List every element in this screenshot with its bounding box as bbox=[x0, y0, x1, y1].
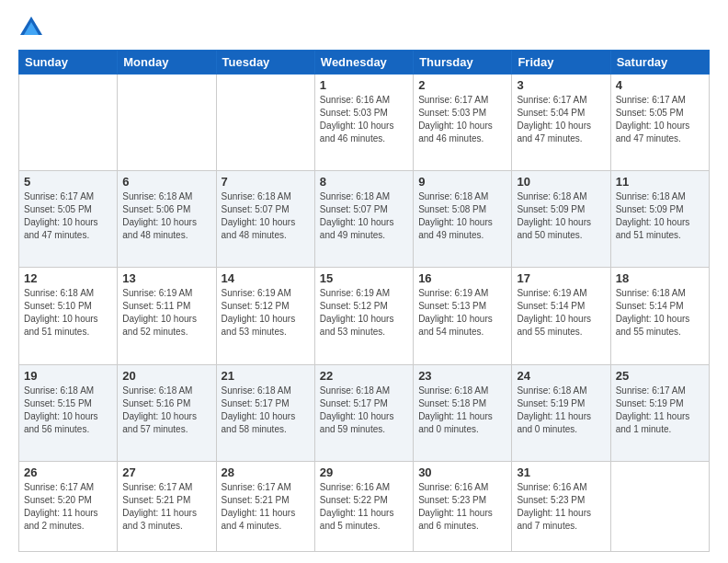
day-number: 19 bbox=[24, 369, 112, 383]
calendar-cell: 26Sunrise: 6:17 AM Sunset: 5:20 PM Dayli… bbox=[19, 461, 118, 551]
logo bbox=[18, 15, 48, 40]
day-number: 4 bbox=[616, 78, 704, 92]
day-info: Sunrise: 6:18 AM Sunset: 5:18 PM Dayligh… bbox=[418, 385, 506, 436]
day-number: 12 bbox=[24, 271, 112, 285]
day-info: Sunrise: 6:18 AM Sunset: 5:15 PM Dayligh… bbox=[24, 385, 112, 436]
day-info: Sunrise: 6:18 AM Sunset: 5:07 PM Dayligh… bbox=[222, 190, 310, 242]
calendar-cell: 16Sunrise: 6:19 AM Sunset: 5:13 PM Dayli… bbox=[414, 268, 512, 364]
calendar-cell bbox=[118, 75, 216, 171]
day-number: 13 bbox=[122, 271, 210, 285]
day-info: Sunrise: 6:17 AM Sunset: 5:20 PM Dayligh… bbox=[24, 481, 112, 533]
day-number: 3 bbox=[517, 78, 605, 92]
day-info: Sunrise: 6:17 AM Sunset: 5:05 PM Dayligh… bbox=[24, 190, 112, 242]
calendar-cell bbox=[19, 75, 118, 171]
calendar-table: SundayMondayTuesdayWednesdayThursdayFrid… bbox=[18, 50, 710, 552]
weekday-header-sunday: Sunday bbox=[19, 51, 118, 75]
calendar-week-row: 1Sunrise: 6:16 AM Sunset: 5:03 PM Daylig… bbox=[19, 75, 710, 171]
weekday-header-friday: Friday bbox=[512, 51, 610, 75]
day-number: 15 bbox=[320, 271, 408, 285]
day-info: Sunrise: 6:18 AM Sunset: 5:16 PM Dayligh… bbox=[122, 385, 210, 436]
day-info: Sunrise: 6:17 AM Sunset: 5:19 PM Dayligh… bbox=[616, 385, 704, 436]
calendar-cell: 29Sunrise: 6:16 AM Sunset: 5:22 PM Dayli… bbox=[314, 461, 413, 551]
day-number: 31 bbox=[517, 465, 605, 479]
day-info: Sunrise: 6:18 AM Sunset: 5:06 PM Dayligh… bbox=[122, 190, 210, 242]
day-info: Sunrise: 6:18 AM Sunset: 5:09 PM Dayligh… bbox=[616, 190, 704, 242]
calendar-cell: 22Sunrise: 6:18 AM Sunset: 5:17 PM Dayli… bbox=[314, 364, 413, 461]
day-info: Sunrise: 6:19 AM Sunset: 5:13 PM Dayligh… bbox=[418, 287, 506, 339]
day-info: Sunrise: 6:18 AM Sunset: 5:17 PM Dayligh… bbox=[222, 385, 310, 436]
weekday-header-tuesday: Tuesday bbox=[216, 51, 314, 75]
day-number: 11 bbox=[616, 175, 704, 189]
day-number: 1 bbox=[320, 78, 408, 92]
calendar-week-row: 19Sunrise: 6:18 AM Sunset: 5:15 PM Dayli… bbox=[19, 364, 710, 461]
calendar-cell: 15Sunrise: 6:19 AM Sunset: 5:12 PM Dayli… bbox=[314, 268, 413, 364]
day-number: 17 bbox=[517, 271, 605, 285]
day-number: 29 bbox=[320, 465, 408, 479]
day-number: 10 bbox=[517, 175, 605, 189]
calendar-cell: 30Sunrise: 6:16 AM Sunset: 5:23 PM Dayli… bbox=[414, 461, 512, 551]
day-info: Sunrise: 6:17 AM Sunset: 5:04 PM Dayligh… bbox=[517, 94, 605, 145]
day-number: 20 bbox=[122, 369, 210, 383]
calendar-cell: 1Sunrise: 6:16 AM Sunset: 5:03 PM Daylig… bbox=[314, 75, 413, 171]
calendar-cell: 9Sunrise: 6:18 AM Sunset: 5:08 PM Daylig… bbox=[414, 171, 512, 268]
day-info: Sunrise: 6:16 AM Sunset: 5:22 PM Dayligh… bbox=[320, 481, 408, 533]
calendar-header-row: SundayMondayTuesdayWednesdayThursdayFrid… bbox=[19, 51, 710, 75]
calendar-cell: 8Sunrise: 6:18 AM Sunset: 5:07 PM Daylig… bbox=[314, 171, 413, 268]
weekday-header-thursday: Thursday bbox=[414, 51, 512, 75]
calendar-cell bbox=[216, 75, 314, 171]
day-number: 27 bbox=[122, 465, 210, 479]
calendar-cell: 2Sunrise: 6:17 AM Sunset: 5:03 PM Daylig… bbox=[414, 75, 512, 171]
calendar-cell: 12Sunrise: 6:18 AM Sunset: 5:10 PM Dayli… bbox=[19, 268, 118, 364]
day-number: 2 bbox=[418, 78, 506, 92]
calendar-cell: 28Sunrise: 6:17 AM Sunset: 5:21 PM Dayli… bbox=[216, 461, 314, 551]
day-info: Sunrise: 6:17 AM Sunset: 5:21 PM Dayligh… bbox=[222, 481, 310, 533]
day-number: 18 bbox=[616, 271, 704, 285]
day-info: Sunrise: 6:18 AM Sunset: 5:14 PM Dayligh… bbox=[616, 287, 704, 339]
calendar-cell: 31Sunrise: 6:16 AM Sunset: 5:23 PM Dayli… bbox=[512, 461, 610, 551]
day-number: 7 bbox=[222, 175, 310, 189]
calendar-cell: 3Sunrise: 6:17 AM Sunset: 5:04 PM Daylig… bbox=[512, 75, 610, 171]
day-info: Sunrise: 6:19 AM Sunset: 5:14 PM Dayligh… bbox=[517, 287, 605, 339]
day-number: 8 bbox=[320, 175, 408, 189]
day-info: Sunrise: 6:18 AM Sunset: 5:10 PM Dayligh… bbox=[24, 287, 112, 339]
day-info: Sunrise: 6:19 AM Sunset: 5:11 PM Dayligh… bbox=[122, 287, 210, 339]
day-number: 30 bbox=[418, 465, 506, 479]
calendar-cell: 19Sunrise: 6:18 AM Sunset: 5:15 PM Dayli… bbox=[19, 364, 118, 461]
weekday-header-monday: Monday bbox=[118, 51, 216, 75]
calendar-cell: 23Sunrise: 6:18 AM Sunset: 5:18 PM Dayli… bbox=[414, 364, 512, 461]
day-info: Sunrise: 6:16 AM Sunset: 5:03 PM Dayligh… bbox=[320, 94, 408, 145]
calendar-cell: 17Sunrise: 6:19 AM Sunset: 5:14 PM Dayli… bbox=[512, 268, 610, 364]
day-number: 14 bbox=[222, 271, 310, 285]
calendar-cell: 25Sunrise: 6:17 AM Sunset: 5:19 PM Dayli… bbox=[610, 364, 709, 461]
calendar-cell: 11Sunrise: 6:18 AM Sunset: 5:09 PM Dayli… bbox=[610, 171, 709, 268]
calendar-cell: 5Sunrise: 6:17 AM Sunset: 5:05 PM Daylig… bbox=[19, 171, 118, 268]
calendar-cell: 6Sunrise: 6:18 AM Sunset: 5:06 PM Daylig… bbox=[118, 171, 216, 268]
day-number: 5 bbox=[24, 175, 112, 189]
day-info: Sunrise: 6:17 AM Sunset: 5:03 PM Dayligh… bbox=[418, 94, 506, 145]
calendar-week-row: 12Sunrise: 6:18 AM Sunset: 5:10 PM Dayli… bbox=[19, 268, 710, 364]
day-number: 9 bbox=[418, 175, 506, 189]
day-number: 21 bbox=[222, 369, 310, 383]
weekday-header-saturday: Saturday bbox=[610, 51, 709, 75]
day-info: Sunrise: 6:18 AM Sunset: 5:09 PM Dayligh… bbox=[517, 190, 605, 242]
day-number: 25 bbox=[616, 369, 704, 383]
calendar-cell: 4Sunrise: 6:17 AM Sunset: 5:05 PM Daylig… bbox=[610, 75, 709, 171]
day-info: Sunrise: 6:18 AM Sunset: 5:17 PM Dayligh… bbox=[320, 385, 408, 436]
day-info: Sunrise: 6:16 AM Sunset: 5:23 PM Dayligh… bbox=[517, 481, 605, 533]
day-info: Sunrise: 6:18 AM Sunset: 5:07 PM Dayligh… bbox=[320, 190, 408, 242]
calendar-cell: 7Sunrise: 6:18 AM Sunset: 5:07 PM Daylig… bbox=[216, 171, 314, 268]
day-number: 6 bbox=[122, 175, 210, 189]
day-number: 24 bbox=[517, 369, 605, 383]
day-info: Sunrise: 6:17 AM Sunset: 5:21 PM Dayligh… bbox=[122, 481, 210, 533]
calendar-week-row: 26Sunrise: 6:17 AM Sunset: 5:20 PM Dayli… bbox=[19, 461, 710, 551]
page: SundayMondayTuesdayWednesdayThursdayFrid… bbox=[0, 0, 728, 563]
day-number: 23 bbox=[418, 369, 506, 383]
logo-icon bbox=[18, 15, 44, 40]
calendar-cell: 27Sunrise: 6:17 AM Sunset: 5:21 PM Dayli… bbox=[118, 461, 216, 551]
day-info: Sunrise: 6:16 AM Sunset: 5:23 PM Dayligh… bbox=[418, 481, 506, 533]
header bbox=[18, 15, 710, 40]
day-info: Sunrise: 6:19 AM Sunset: 5:12 PM Dayligh… bbox=[320, 287, 408, 339]
day-info: Sunrise: 6:18 AM Sunset: 5:19 PM Dayligh… bbox=[517, 385, 605, 436]
day-info: Sunrise: 6:19 AM Sunset: 5:12 PM Dayligh… bbox=[222, 287, 310, 339]
calendar-cell bbox=[610, 461, 709, 551]
